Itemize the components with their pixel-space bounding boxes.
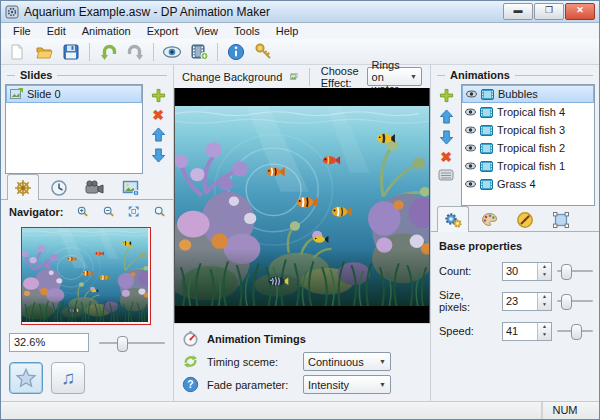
visibility-eye-icon[interactable] (465, 161, 476, 171)
timing-scheme-value: Continuous (308, 356, 364, 368)
animation-label: Tropical fish 3 (497, 124, 565, 136)
visibility-eye-icon[interactable] (465, 179, 476, 189)
tab-area[interactable] (545, 208, 577, 231)
spin-up-icon[interactable]: ▲ (538, 323, 551, 332)
toolbar-separator (89, 43, 90, 61)
animation-label: Tropical fish 4 (497, 106, 565, 118)
change-background-button[interactable]: Change Background (182, 71, 282, 83)
move-animation-up-button[interactable] (439, 109, 454, 124)
register-button[interactable] (251, 41, 275, 63)
spin-down-icon[interactable]: ▼ (538, 271, 551, 280)
spin-up-icon[interactable]: ▲ (538, 263, 551, 272)
spin-up-icon[interactable]: ▲ (538, 293, 551, 302)
spin-down-icon[interactable]: ▼ (538, 301, 551, 310)
delete-slide-button[interactable]: ✖ (152, 109, 164, 121)
new-button[interactable] (5, 41, 29, 63)
size-slider[interactable] (557, 294, 593, 308)
restore-button[interactable]: ❐ (534, 3, 564, 20)
tab-color[interactable] (473, 208, 505, 231)
tab-video[interactable] (79, 176, 111, 199)
menu-edit[interactable]: Edit (39, 24, 74, 38)
base-properties-title: Base properties (431, 232, 599, 256)
save-button[interactable] (59, 41, 83, 63)
size-spinner-buttons[interactable]: ▲▼ (537, 293, 551, 310)
visibility-eye-icon[interactable] (465, 143, 476, 153)
navigator-thumbnail[interactable] (21, 227, 151, 325)
animations-list[interactable]: Bubbles Tropical fish 4 Tropical fish 3 (461, 84, 595, 206)
effects-button[interactable] (9, 362, 43, 394)
menu-animation[interactable]: Animation (74, 24, 139, 38)
zoom-value-field[interactable]: 32.6% (9, 333, 89, 352)
animation-item[interactable]: Tropical fish 1 (462, 157, 594, 175)
delete-animation-button[interactable]: ✖ (440, 151, 452, 163)
resize-grip[interactable] (587, 402, 599, 419)
animation-item[interactable]: Tropical fish 2 (462, 139, 594, 157)
visibility-eye-icon[interactable] (466, 89, 477, 99)
export-movie-button[interactable] (187, 41, 211, 63)
tab-base-properties[interactable] (437, 206, 469, 232)
speed-label: Speed: (439, 325, 497, 337)
effect-select[interactable]: Rings on water ▼ (367, 67, 422, 86)
change-background-icon[interactable] (290, 69, 298, 84)
menu-help[interactable]: Help (268, 24, 307, 38)
speed-slider-thumb[interactable] (571, 324, 582, 340)
undo-button[interactable] (96, 41, 120, 63)
slide-list-item[interactable]: Slide 0 (6, 85, 142, 103)
menu-tools[interactable]: Tools (226, 24, 268, 38)
close-button[interactable]: ✕ (565, 3, 595, 20)
tab-timing[interactable] (43, 176, 75, 199)
fade-parameter-select[interactable]: Intensity▼ (303, 375, 391, 394)
speed-spinner-buttons[interactable]: ▲▼ (537, 323, 551, 340)
animation-item[interactable]: Bubbles (462, 85, 594, 103)
size-spinbox[interactable]: 23 ▲▼ (502, 292, 552, 311)
open-button[interactable] (32, 41, 56, 63)
menu-view[interactable]: View (186, 24, 226, 38)
count-slider-thumb[interactable] (561, 264, 572, 280)
redo-button[interactable] (123, 41, 147, 63)
speed-slider[interactable] (557, 324, 593, 338)
left-tabstrip (1, 174, 173, 200)
status-main-pane (1, 402, 542, 419)
preview-viewport[interactable] (174, 88, 430, 323)
count-spinbox[interactable]: 30 ▲▼ (502, 262, 552, 281)
slides-list[interactable]: Slide 0 (5, 84, 143, 174)
speed-spinbox[interactable]: 41 ▲▼ (502, 322, 552, 341)
visibility-eye-icon[interactable] (465, 125, 476, 135)
new-icon (8, 43, 26, 61)
status-num-indicator: NUM (542, 402, 587, 419)
size-slider-thumb[interactable] (561, 294, 572, 310)
add-animation-button[interactable] (439, 88, 454, 103)
animation-item[interactable]: Tropical fish 4 (462, 103, 594, 121)
title-bar: Aquarium Example.asw - DP Animation Make… (1, 1, 599, 23)
zoom-slider-thumb[interactable] (117, 336, 128, 352)
tab-scene[interactable] (7, 174, 39, 200)
about-button[interactable] (224, 41, 248, 63)
music-button[interactable]: ♫ (51, 362, 85, 394)
zoom-in-icon[interactable] (77, 204, 88, 219)
animation-item[interactable]: Tropical fish 3 (462, 121, 594, 139)
info-icon (227, 43, 245, 61)
animation-item[interactable]: Grass 4 (462, 175, 594, 193)
layers-list-button[interactable] (438, 169, 454, 181)
camera-icon (85, 179, 105, 197)
add-slide-button[interactable] (151, 88, 166, 103)
move-slide-down-button[interactable] (151, 148, 166, 163)
count-slider[interactable] (557, 264, 593, 278)
tab-background[interactable] (115, 176, 147, 199)
zoom-actual-icon[interactable] (154, 204, 165, 219)
zoom-slider[interactable] (99, 336, 165, 350)
spin-down-icon[interactable]: ▼ (538, 331, 551, 340)
tab-direction[interactable] (509, 208, 541, 231)
zoom-out-icon[interactable] (103, 204, 114, 219)
preview-button[interactable] (160, 41, 184, 63)
move-slide-up-button[interactable] (151, 127, 166, 142)
menu-file[interactable]: File (5, 24, 39, 38)
fit-view-icon[interactable] (128, 204, 139, 219)
visibility-eye-icon[interactable] (465, 107, 476, 117)
timing-scheme-select[interactable]: Continuous▼ (303, 352, 391, 371)
redo-icon (126, 42, 145, 61)
count-spinner-buttons[interactable]: ▲▼ (537, 263, 551, 280)
menu-export[interactable]: Export (139, 24, 187, 38)
move-animation-down-button[interactable] (439, 130, 454, 145)
minimize-button[interactable]: ▬ (503, 3, 533, 20)
